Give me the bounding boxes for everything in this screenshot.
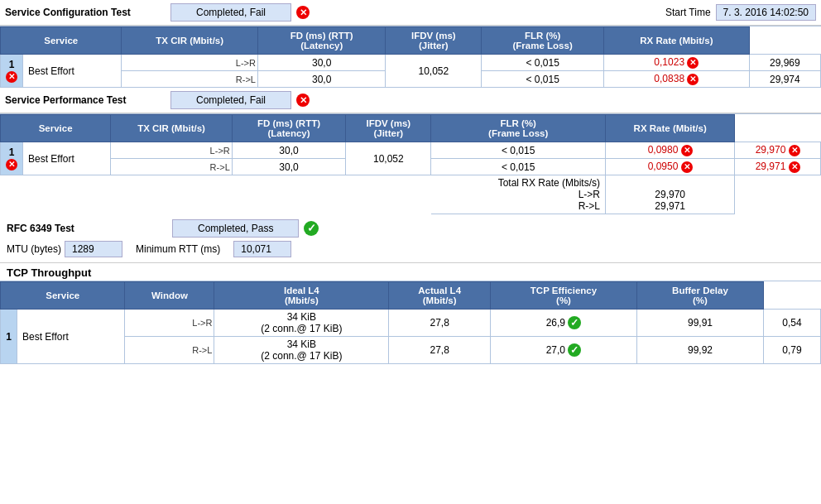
actual-l4-value: 27,0 ✓: [491, 337, 637, 364]
ideal-l4-value: 27,8: [389, 310, 491, 337]
row-number: 1 ✕: [1, 55, 23, 88]
rx-fail-icon[interactable]: ✕: [789, 145, 800, 156]
perf-col-flr: FLR (%)(Frame Loss): [431, 115, 606, 142]
rfc-mtu-row: MTU (bytes) 1289 Minimum RTT (ms) 10,071: [7, 241, 814, 257]
col-flr: FLR (%)(Frame Loss): [482, 27, 604, 55]
rx-rate-value: 29,969: [749, 55, 820, 71]
tcp-table: Service Window Ideal L4(Mbit/s) Actual L…: [0, 281, 821, 364]
buffer-delay-value: 0,79: [764, 337, 821, 364]
config-test-status: Completed, Fail: [170, 3, 291, 22]
rx-rate-value: 29,971 ✕: [735, 159, 821, 175]
perf-col-rx-rate: RX Rate (Mbit/s): [606, 115, 735, 142]
config-test-table-wrapper: Service TX CIR (Mbit/s) FD (ms) (RTT)(La…: [0, 26, 821, 88]
window-value: 34 KiB(2 conn.@ 17 KiB): [214, 337, 389, 364]
flr-value: 0,0838 ✕: [604, 71, 750, 88]
flr-fail-icon[interactable]: ✕: [687, 57, 699, 69]
rtt-value: 10,071: [233, 241, 291, 257]
config-test-section: Service Configuration Test Completed, Fa…: [0, 0, 821, 88]
flr-value: 0,0950 ✕: [606, 159, 735, 175]
ifdv-value: < 0,015: [482, 71, 604, 88]
config-test-table: Service TX CIR (Mbit/s) FD (ms) (RTT)(La…: [0, 26, 821, 88]
config-test-fail-icon[interactable]: ✕: [296, 6, 310, 19]
direction-label: R->L: [111, 159, 232, 175]
actual-l4-value: 26,9 ✓: [491, 310, 637, 337]
direction-label: R->L: [122, 71, 258, 88]
rx-rate-value: 29,970 ✕: [735, 142, 821, 159]
col-service: Service: [1, 27, 122, 55]
performance-test-fail-icon[interactable]: ✕: [296, 94, 310, 107]
start-time-value: 7. 3. 2016 14:02:50: [716, 4, 816, 21]
tcp-table-wrapper: Service Window Ideal L4(Mbit/s) Actual L…: [0, 281, 821, 364]
tx-cir-value: 30,0: [257, 55, 386, 71]
tcp-col-ideal: Ideal L4(Mbit/s): [214, 282, 389, 310]
rfc-test-section: RFC 6349 Test Completed, Pass ✓ MTU (byt…: [0, 214, 821, 263]
rx-number: 29,971: [756, 161, 786, 172]
perf-col-fd: FD (ms) (RTT)(Latency): [232, 115, 346, 142]
mtu-value: 1289: [65, 241, 122, 257]
rx-fail-icon[interactable]: ✕: [789, 161, 800, 173]
table-row: 1 ✕Best EffortL->R30,010,052< 0,0150,098…: [1, 142, 821, 159]
rx-rate-value: 29,974: [749, 71, 820, 88]
performance-test-section: Service Performance Test Completed, Fail…: [0, 88, 821, 214]
row-fail-icon[interactable]: ✕: [6, 71, 17, 83]
total-rx-row: Total RX Rate (Mbits/s)L->RR->L29,97029,…: [1, 175, 821, 214]
direction-label: R->L: [125, 337, 214, 364]
direction-label: L->R: [111, 142, 232, 159]
rtt-label: Minimum RTT (ms): [136, 243, 220, 255]
buffer-delay-value: 0,54: [764, 310, 821, 337]
fd-value: 10,052: [346, 142, 431, 175]
ifdv-value: < 0,015: [431, 159, 606, 175]
direction-label: L->R: [125, 310, 214, 337]
perf-col-service: Service: [1, 115, 111, 142]
tcp-col-buffer: Buffer Delay(%): [636, 282, 763, 310]
lr-label: L->R: [579, 189, 600, 200]
config-test-title: Service Configuration Test: [5, 7, 154, 18]
flr-fail-icon[interactable]: ✕: [681, 145, 693, 156]
direction-label: L->R: [122, 55, 258, 71]
rl-label: R->L: [579, 200, 600, 212]
total-rx-label: Total RX Rate (Mbits/s)L->RR->L: [431, 175, 606, 214]
fd-value: 10,052: [386, 55, 482, 88]
start-time-label: Start Time: [665, 7, 711, 18]
performance-test-title: Service Performance Test: [5, 94, 154, 106]
rfc-test-header: RFC 6349 Test Completed, Pass ✓: [7, 219, 814, 238]
window-value: 34 KiB(2 conn.@ 17 KiB): [214, 310, 389, 337]
mtu-label: MTU (bytes): [7, 243, 61, 255]
flr-fail-icon[interactable]: ✕: [681, 161, 693, 173]
rfc-test-pass-icon: ✓: [304, 221, 319, 236]
rfc-test-title: RFC 6349 Test: [7, 223, 156, 234]
tcp-col-service: Service: [1, 282, 125, 310]
tx-cir-value: 30,0: [232, 142, 346, 159]
performance-test-status: Completed, Fail: [170, 91, 291, 109]
ifdv-value: < 0,015: [482, 55, 604, 71]
rx-number: 29,970: [756, 144, 786, 156]
flr-number: 0,1023: [654, 56, 684, 68]
col-rx-rate: RX Rate (Mbit/s): [604, 27, 750, 55]
table-row: 1Best EffortL->R34 KiB(2 conn.@ 17 KiB)2…: [1, 310, 821, 337]
flr-value: 0,1023 ✕: [604, 55, 750, 71]
flr-number: 0,0950: [648, 161, 679, 172]
row-number: 1 ✕: [1, 142, 23, 175]
service-name-cell: Best Effort: [23, 55, 122, 88]
row-fail-icon[interactable]: ✕: [6, 159, 17, 170]
col-fd: FD (ms) (RTT)(Latency): [257, 27, 386, 55]
service-name-cell: Best Effort: [17, 310, 125, 364]
tx-cir-value: 30,0: [232, 159, 346, 175]
tcp-title: TCP Throughput: [0, 263, 821, 281]
flr-value: 0,0980 ✕: [606, 142, 735, 159]
perf-col-tx-cir: TX CIR (Mbit/s): [111, 115, 232, 142]
flr-fail-icon[interactable]: ✕: [687, 74, 699, 85]
tcp-col-actual: Actual L4(Mbit/s): [389, 282, 491, 310]
col-ifdv: IFDV (ms)(Jitter): [386, 27, 482, 55]
tcp-col-window: Window: [125, 282, 214, 310]
service-name-cell: Best Effort: [23, 142, 111, 175]
ideal-l4-value: 27,8: [389, 337, 491, 364]
actual-pass-icon: ✓: [568, 343, 581, 357]
table-row: 1 ✕Best EffortL->R30,010,052< 0,0150,102…: [1, 55, 821, 71]
col-tx-cir: TX CIR (Mbit/s): [122, 27, 258, 55]
actual-pass-icon: ✓: [568, 316, 581, 329]
tcp-throughput-section: TCP Throughput Service Window Ideal L4(M…: [0, 263, 821, 364]
total-rx-values: 29,97029,971: [606, 175, 735, 214]
tcp-col-efficiency: TCP Efficiency(%): [491, 282, 637, 310]
perf-col-ifdv: IFDV (ms)(Jitter): [346, 115, 431, 142]
